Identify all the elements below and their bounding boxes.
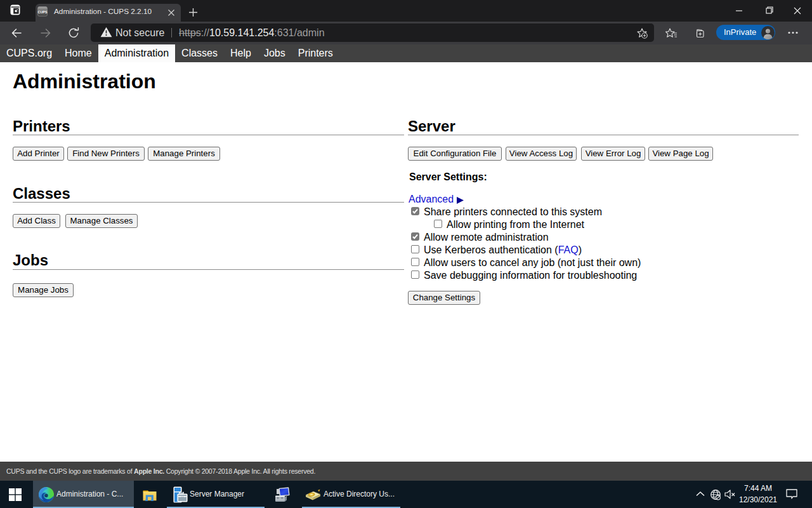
- svg-text:CUPS: CUPS: [38, 10, 48, 14]
